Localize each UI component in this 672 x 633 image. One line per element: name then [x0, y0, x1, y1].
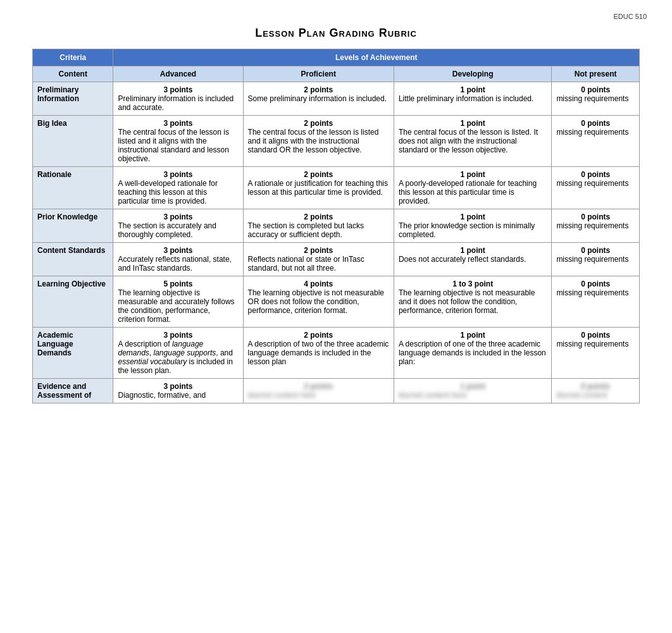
advanced-cell-learning-objective: 5 points The learning objective is measu…: [113, 276, 243, 328]
not-present-cell-content-standards: 0 points missing requirements: [552, 243, 640, 276]
not-present-cell-evidence-assessment: 0 points blurred content: [552, 379, 640, 403]
developing-cell-content-standards: 1 point Does not accurately reflect stan…: [394, 243, 551, 276]
not-present-cell-big-idea: 0 points missing requirements: [552, 116, 640, 167]
not-present-cell-learning-objective: 0 points missing requirements: [552, 276, 640, 328]
proficient-cell-learning-objective: 4 points The learning objective is not m…: [243, 276, 394, 328]
advanced-cell-preliminary-information: 3 points Preliminary information is incl…: [113, 82, 243, 116]
developing-cell-learning-objective: 1 to 3 point The learning objective is n…: [394, 276, 551, 328]
proficient-cell-prior-knowledge: 2 points The section is completed but la…: [243, 209, 394, 243]
advanced-cell-rationale: 3 points A well-developed rationale for …: [113, 167, 243, 209]
table-row: Evidence and Assessment of 3 points Diag…: [33, 379, 640, 403]
criteria-cell-content-standards: Content Standards: [33, 243, 113, 276]
developing-cell-evidence-assessment: 1 point blurred content here: [394, 379, 551, 403]
not-present-cell-prior-knowledge: 0 points missing requirements: [552, 209, 640, 243]
content-subheader: Content: [33, 66, 113, 82]
criteria-header: Criteria: [33, 49, 113, 66]
course-label: EDUC 510: [13, 13, 659, 20]
header-row-levels: Criteria Levels of Achievement: [33, 49, 640, 66]
rubric-table: Criteria Levels of Achievement Content A…: [32, 49, 640, 403]
not-present-cell-rationale: 0 points missing requirements: [552, 167, 640, 209]
table-row: Prior Knowledge 3 points The section is …: [33, 209, 640, 243]
developing-cell-prior-knowledge: 1 point The prior knowledge section is m…: [394, 209, 551, 243]
page-title: Lesson Plan Grading Rubric: [13, 27, 659, 40]
advanced-cell-big-idea: 3 points The central focus of the lesson…: [113, 116, 243, 167]
table-row: Preliminary Information 3 points Prelimi…: [33, 82, 640, 116]
criteria-cell-evidence-assessment: Evidence and Assessment of: [33, 379, 113, 403]
developing-cell-big-idea: 1 point The central focus of the lesson …: [394, 116, 551, 167]
header-row-columns: Content Advanced Proficient Developing N…: [33, 66, 640, 82]
table-row: Big Idea 3 points The central focus of t…: [33, 116, 640, 167]
not-present-cell-preliminary-information: 0 points missing requirements: [552, 82, 640, 116]
developing-cell-rationale: 1 point A poorly-developed rationale for…: [394, 167, 551, 209]
table-row: Rationale 3 points A well-developed rati…: [33, 167, 640, 209]
criteria-cell-academic-language-demands: Academic Language Demands: [33, 328, 113, 379]
developing-subheader: Developing: [394, 66, 551, 82]
advanced-cell-content-standards: 3 points Accurately reflects national, s…: [113, 243, 243, 276]
proficient-cell-academic-language-demands: 2 points A description of two of the thr…: [243, 328, 394, 379]
criteria-cell-big-idea: Big Idea: [33, 116, 113, 167]
advanced-cell-prior-knowledge: 3 points The section is accurately and t…: [113, 209, 243, 243]
not-present-subheader: Not present: [552, 66, 640, 82]
advanced-cell-academic-language-demands: 3 points A description of language deman…: [113, 328, 243, 379]
criteria-cell-learning-objective: Learning Objective: [33, 276, 113, 328]
criteria-cell-rationale: Rationale: [33, 167, 113, 209]
proficient-subheader: Proficient: [243, 66, 394, 82]
table-row: Academic Language Demands 3 points A des…: [33, 328, 640, 379]
criteria-cell-preliminary-information: Preliminary Information: [33, 82, 113, 116]
not-present-cell-academic-language-demands: 0 points missing requirements: [552, 328, 640, 379]
proficient-cell-evidence-assessment: 2 points blurred content here: [243, 379, 394, 403]
proficient-cell-big-idea: 2 points The central focus of the lesson…: [243, 116, 394, 167]
advanced-cell-evidence-assessment: 3 points Diagnostic, formative, and: [113, 379, 243, 403]
criteria-cell-prior-knowledge: Prior Knowledge: [33, 209, 113, 243]
developing-cell-academic-language-demands: 1 point A description of one of the thre…: [394, 328, 551, 379]
advanced-subheader: Advanced: [113, 66, 243, 82]
table-row: Learning Objective 5 points The learning…: [33, 276, 640, 328]
developing-cell-preliminary-information: 1 point Little preliminary information i…: [394, 82, 551, 116]
proficient-cell-content-standards: 2 points Reflects national or state or I…: [243, 243, 394, 276]
table-row: Content Standards 3 points Accurately re…: [33, 243, 640, 276]
levels-header: Levels of Achievement: [113, 49, 640, 66]
proficient-cell-rationale: 2 points A rationale or justification fo…: [243, 167, 394, 209]
proficient-cell-preliminary-information: 2 points Some preliminary information is…: [243, 82, 394, 116]
